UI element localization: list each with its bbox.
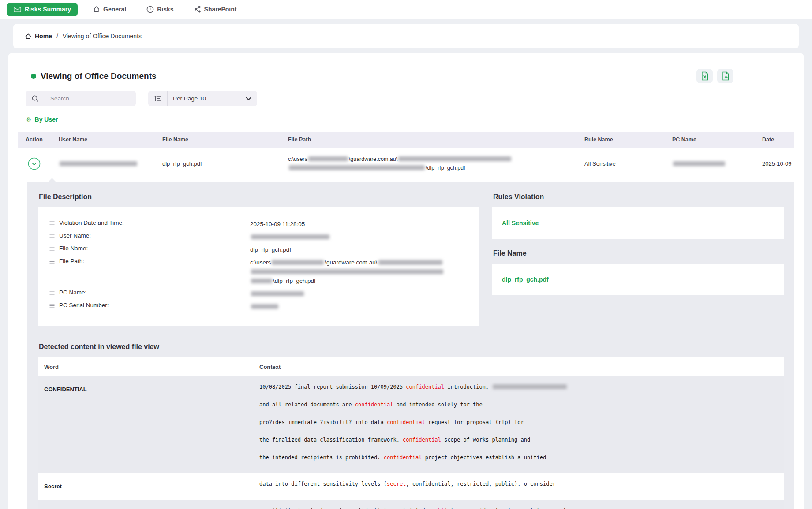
detected-context: sensitivity levels (secret, confidential… [259, 500, 784, 509]
cell-date: 2025-10-09 [754, 160, 794, 167]
excel-export-icon [701, 71, 709, 81]
breadcrumb-home-link[interactable]: Home [25, 33, 52, 40]
highlighted-keyword: confidential [403, 437, 441, 443]
context-text: project objectives establish a unified [422, 454, 546, 461]
rule-violation-value: All Sensitive [502, 219, 539, 227]
tab-general-label: General [103, 6, 126, 13]
detected-content-title: Detected content in viewed file view [39, 343, 784, 351]
context-text: 2025-10-09 11:28:05 [250, 221, 305, 227]
building-icon [93, 6, 100, 13]
list-lines-icon [49, 247, 55, 251]
detected-word-row: publicsensitivity levels (secret, confid… [38, 500, 784, 509]
detail-label-text: File Path: [59, 258, 84, 264]
chevron-down-circle-icon [28, 157, 41, 170]
detected-content-table: Word Context CONFIDENTIAL10/08/2025 fina… [38, 357, 784, 509]
context-text: c:\users [288, 156, 307, 162]
detected-table-header: Word Context [38, 357, 784, 376]
group-by-user-label: By User [35, 116, 58, 123]
detail-label: User Name: [49, 232, 250, 241]
col-user-name: User Name [51, 137, 154, 143]
file-description-row: File Path:c:\users\guardware.com.au\\dlp… [49, 258, 468, 286]
group-by-user-link[interactable]: ⚙ By User [26, 116, 58, 123]
tab-risks[interactable]: Risks [146, 6, 173, 13]
file-name-card: dlp_rfp_gch.pdf [492, 264, 784, 295]
gear-icon: ⚙ [26, 116, 32, 123]
cell-user-name-redacted [51, 160, 154, 167]
detail-label-text: Violation Date and Time: [59, 219, 124, 226]
per-page-select[interactable]: Per Page 10 [148, 91, 257, 106]
tab-sharepoint[interactable]: SharePoint [194, 6, 237, 13]
file-description-row: PC Serial Number: [49, 302, 468, 311]
detected-word: Secret [38, 473, 259, 500]
col-context: Context [259, 364, 784, 370]
context-text: c:\users [250, 259, 271, 266]
excel-export-button[interactable] [696, 69, 713, 83]
col-date: Date [754, 137, 794, 143]
tab-sharepoint-label: SharePoint [204, 6, 237, 13]
context-text: the finalized data classification framew… [259, 437, 403, 443]
detected-context: 10/08/2025 final report submission 10/09… [259, 376, 784, 473]
pdf-export-icon [722, 71, 730, 81]
detected-content-section: Detected content in viewed file view Wor… [38, 343, 784, 509]
detail-value [250, 289, 454, 298]
pdf-export-button[interactable] [717, 69, 733, 83]
redacted-text [673, 161, 725, 166]
redacted-text [398, 156, 511, 161]
redacted-text [251, 304, 278, 309]
detail-value: dlp_rfp_gch.pdf [250, 245, 454, 254]
detail-label: File Path: [49, 258, 250, 286]
redacted-text [251, 234, 329, 239]
detected-word: CONFIDENTIAL [38, 376, 259, 473]
tab-risks-label: Risks [157, 6, 173, 13]
file-name-title: File Name [493, 249, 784, 257]
file-description-row: Violation Date and Time:2025-10-09 11:28… [49, 219, 468, 229]
context-text: introduction: [444, 384, 492, 390]
detail-label-text: File Name: [59, 245, 88, 252]
highlighted-keyword: confidential [355, 401, 393, 408]
highlighted-keyword: secret [387, 481, 406, 487]
violations-table: Action User Name File Name File Path Rul… [18, 132, 794, 509]
redacted-text [272, 260, 324, 265]
context-text: \guardware.com.au\ [325, 259, 377, 266]
context-line: pro?ides immediate ?isibilit? into data … [259, 413, 784, 431]
risks-summary-button[interactable]: Risks Summary [7, 3, 78, 16]
file-description-row: User Name: [49, 232, 468, 241]
file-description-section: File Description Violation Date and Time… [38, 193, 479, 326]
context-text: and all related documents are [259, 401, 355, 408]
file-description-title: File Description [39, 193, 479, 201]
list-lines-icon [49, 234, 55, 238]
tab-general[interactable]: General [93, 6, 126, 13]
context-text: and intended solely for the [393, 401, 482, 408]
context-line: 10/08/2025 final report submission 10/09… [259, 378, 784, 396]
expand-row-button[interactable] [28, 157, 41, 170]
detail-value: 2025-10-09 11:28:05 [250, 219, 454, 229]
list-lines-icon [49, 221, 55, 225]
detected-word-row: Secretdata into different sensitivity le… [38, 473, 784, 500]
detail-label: PC Serial Number: [49, 302, 250, 311]
file-description-card: Violation Date and Time:2025-10-09 11:28… [38, 207, 479, 326]
envelope-icon [14, 7, 21, 12]
main-content-card: Viewing of Office Documents [8, 53, 804, 509]
cell-file-name: dlp_rfp_gch.pdf [154, 160, 280, 167]
file-description-row: PC Name: [49, 289, 468, 298]
redacted-text [289, 165, 425, 170]
detected-context: data into different sensitivity levels (… [259, 473, 784, 500]
redacted-text [493, 384, 567, 389]
detail-value [250, 302, 454, 311]
detail-label-text: PC Serial Number: [59, 302, 109, 308]
context-line: the intended recipients is prohibited. c… [259, 449, 784, 466]
search-box [26, 91, 136, 106]
page-title: Viewing of Office Documents [41, 71, 157, 81]
context-text: \dlp_rfp_gch.pdf [273, 278, 316, 284]
col-file-path: File Path [280, 137, 576, 143]
cell-rule-name: All Sensitive [576, 160, 664, 167]
alert-circle-icon [146, 6, 154, 13]
context-text: 10/08/2025 final report submission 10/09… [259, 384, 406, 390]
risks-summary-label: Risks Summary [25, 6, 71, 13]
breadcrumb-current: Viewing of Office Documents [63, 33, 142, 40]
context-text: , confidential, restricted, public). o c… [406, 481, 556, 487]
highlighted-keyword: confidential [406, 384, 444, 390]
highlighted-keyword: confidential [384, 454, 422, 461]
violations-table-header: Action User Name File Name File Path Rul… [18, 132, 794, 148]
search-input[interactable] [45, 95, 136, 102]
